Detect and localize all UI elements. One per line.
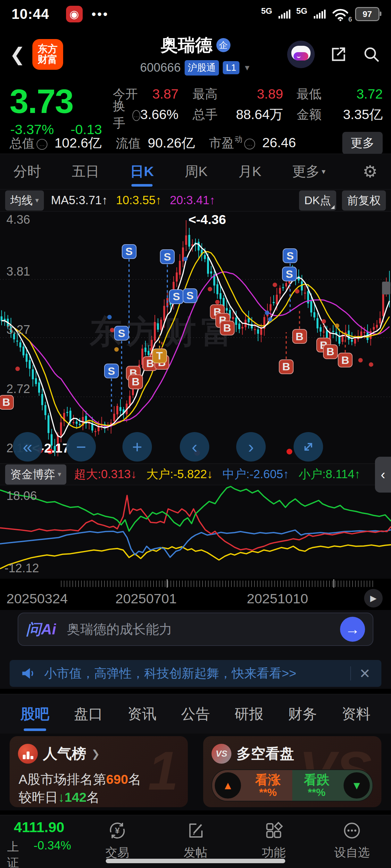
home-indicator[interactable]: [106, 859, 285, 863]
status-icons: 5G 5G 6 97: [261, 7, 380, 21]
zoom-out-fast-button[interactable]: «: [13, 432, 42, 462]
popularity-rank-card[interactable]: 1 人气榜 ❯ A股市场排名第690名 较昨日↓142名: [9, 736, 188, 807]
promo-banner[interactable]: 小市值，高弹性，科技创新起舞，快来看看>> ✕: [9, 660, 381, 687]
ai-assistant-button[interactable]: [287, 41, 315, 68]
price-axis-label: 4.36: [6, 213, 30, 226]
buy-signal-marker: B: [279, 360, 294, 374]
app-screen: 10:44 ◉ ••• 5G 5G 6 97 ❮ 东方 财富 奥瑞德 企: [0, 0, 391, 868]
battery-icon: 97: [355, 7, 380, 21]
more-dots-icon: •••: [92, 7, 109, 22]
close-area[interactable]: ✕: [350, 666, 370, 681]
tab-5day[interactable]: 五日: [72, 154, 99, 189]
price-axis-label: 3.81: [6, 265, 30, 278]
search-icon[interactable]: [362, 44, 381, 64]
ask-ai-input[interactable]: 问Ai 奥瑞德的成长能力 →: [18, 613, 373, 646]
tab-announcements[interactable]: 公告: [181, 694, 210, 734]
fund-large: 大户:-5.822↓: [146, 466, 213, 482]
zoom-out-button[interactable]: −: [66, 432, 96, 462]
network-type-label: 5G: [261, 6, 273, 16]
date-label: 20251010: [247, 591, 308, 607]
market-badge: 沪股通: [185, 60, 219, 75]
chevron-down-icon[interactable]: ▼: [243, 63, 251, 72]
nav-index[interactable]: 4111.90 上证-0.34%: [7, 819, 71, 868]
current-price-tag: [382, 282, 390, 294]
period-tabs: 分时 五日 日K 周K 月K 更多▾ ⚙: [0, 154, 391, 189]
promo-text: 小市值，高弹性，科技创新起舞，快来看看>>: [44, 665, 297, 682]
nav-add-watchlist[interactable]: 设自选: [320, 819, 384, 861]
ma20-value: 20:3.41↑: [170, 194, 215, 207]
tab-financials[interactable]: 财务: [288, 694, 317, 734]
index-value: 4111.90: [14, 819, 64, 836]
vote-bull-button[interactable]: ▲ 看涨**%: [212, 770, 292, 801]
nav-trade[interactable]: ¥ 交易: [85, 819, 149, 861]
tab-daily-k[interactable]: 日K: [130, 154, 154, 189]
tab-research[interactable]: 研报: [234, 694, 263, 734]
field-turnover: 换手…3.66%: [113, 97, 178, 132]
tab-weekly-k[interactable]: 周K: [185, 154, 208, 189]
adjust-mode-button[interactable]: 前复权: [342, 190, 386, 211]
fund-chart[interactable]: 18.06 -12.12: [0, 485, 391, 579]
tab-profile[interactable]: 资料: [342, 694, 370, 734]
cards-section: 1 人气榜 ❯ A股市场排名第690名 较昨日↓142名 VS VS 多空看盘 …: [0, 734, 391, 810]
share-icon[interactable]: [328, 44, 348, 64]
buy-signal-marker: B: [220, 321, 234, 335]
scroll-tick-strip[interactable]: [0, 581, 391, 588]
vote-bear-button[interactable]: 看跌**% ▼: [292, 770, 372, 801]
sell-signal-marker: S: [114, 326, 129, 341]
fund-small: 小户:8.114↑: [299, 466, 361, 482]
tab-guba[interactable]: 股吧: [21, 694, 49, 734]
sell-signal-marker: S: [282, 267, 297, 281]
chevron-down-icon: ▾: [58, 470, 61, 478]
quote-grid: 今开3.87 最高3.89 最低3.72 换手…3.66% 总手88.64万 金…: [113, 84, 383, 125]
collapse-panel-button[interactable]: ‹: [375, 457, 391, 493]
gear-icon[interactable]: ⚙: [362, 162, 378, 181]
status-bar: 10:44 ◉ ••• 5G 5G 6 97: [0, 0, 391, 28]
content-tabs: 股吧 盘口 资讯 公告 研报 财务 资料: [0, 694, 391, 734]
kline-svg: [0, 212, 391, 464]
close-icon: ✕: [359, 666, 370, 681]
wifi6-label: 6: [348, 16, 352, 23]
price-axis-label: 2.72: [6, 382, 30, 396]
rank-watermark: 1: [148, 739, 178, 802]
kline-chart[interactable]: 东方财富 <-4.36 <-2.17 « − + ‹ › 4.363.813.2…: [0, 211, 391, 464]
tab-monthly-k[interactable]: 月K: [239, 154, 261, 189]
chevron-right-icon: ❯: [91, 748, 100, 760]
date-label: 20250701: [115, 591, 176, 607]
nav-functions[interactable]: 功能: [242, 819, 306, 861]
ma10-value: 10:3.55↑: [116, 194, 162, 207]
pan-left-button[interactable]: ‹: [180, 432, 209, 462]
zoom-in-button[interactable]: +: [122, 432, 152, 462]
stock-title-block[interactable]: 奥瑞德 企 600666 沪股通 L1 ▼: [140, 34, 251, 75]
sell-signal-marker: S: [122, 244, 137, 259]
info-icon: …: [36, 139, 48, 150]
field-pe: 市盈动…26.46: [209, 134, 296, 152]
tab-news[interactable]: 资讯: [128, 694, 157, 734]
logo-line2: 财富: [38, 54, 58, 65]
tab-more[interactable]: 更多▾: [292, 162, 325, 181]
back-button[interactable]: ❮: [9, 43, 25, 65]
ask-ai-logo: 问Ai: [26, 619, 56, 640]
bull-bear-card[interactable]: VS VS 多空看盘 ▲ 看涨**% 看跌**% ▼: [203, 736, 381, 807]
dk-point-button[interactable]: DK点: [299, 190, 336, 211]
field-float: 流值90.26亿: [116, 134, 195, 152]
date-label: 20250324: [6, 591, 67, 607]
svg-text:¥: ¥: [115, 826, 120, 835]
more-button[interactable]: 更多: [342, 132, 383, 154]
bottom-nav: 4111.90 上证-0.34% ¥ 交易 发帖 功能 设自选: [0, 815, 391, 868]
tab-minute[interactable]: 分时: [13, 154, 41, 189]
rank-change: ↓142: [58, 790, 86, 805]
indicator-selector-button[interactable]: 资金博弈▾: [5, 464, 66, 485]
pan-right-button[interactable]: ›: [236, 432, 266, 462]
quote-panel: 3.73 -3.37% -0.13 今开3.87 最高3.89 最低3.72 换…: [0, 81, 391, 154]
annotation-high: <-4.36: [189, 212, 226, 227]
play-forward-button[interactable]: ▶: [364, 589, 383, 608]
sell-signal-marker: S: [183, 288, 197, 303]
ma-selector-button[interactable]: 均线▾: [5, 190, 44, 211]
nav-post[interactable]: 发帖: [163, 819, 227, 861]
tab-pankou[interactable]: 盘口: [74, 694, 103, 734]
info-icon: …: [132, 110, 140, 121]
signal-bars-icon-2: [314, 9, 326, 19]
fullscreen-button[interactable]: [294, 432, 323, 462]
index-change: -0.34%: [34, 839, 71, 868]
ask-ai-submit-button[interactable]: →: [340, 617, 365, 642]
